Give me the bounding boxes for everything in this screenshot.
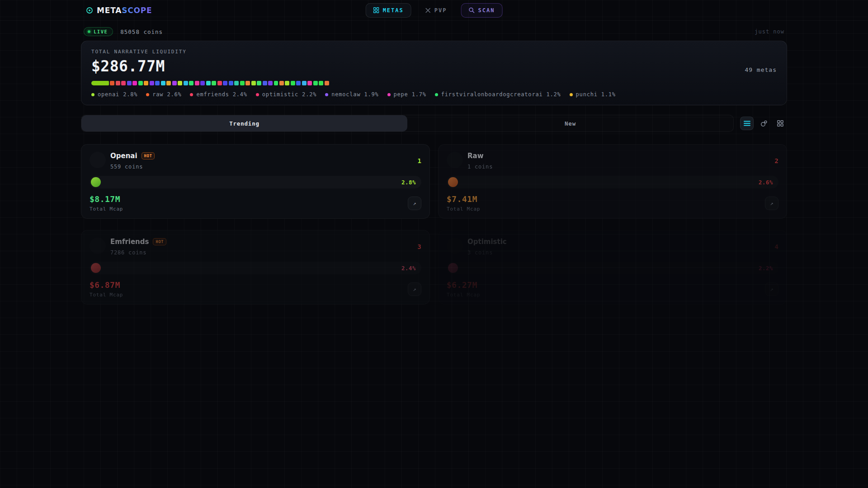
liquidity-segment xyxy=(291,81,295,85)
legend-item: nemoclaw 1.9% xyxy=(325,91,378,98)
meta-avatar xyxy=(90,152,106,168)
liquidity-segment xyxy=(150,81,154,85)
liquidity-segment xyxy=(302,81,307,85)
hot-badge: HOT xyxy=(142,152,155,160)
meta-coins-count: 7286 coins xyxy=(110,249,166,256)
liquidity-value: $286.77M xyxy=(91,57,165,75)
liquidity-segment xyxy=(127,81,132,85)
last-updated: just now xyxy=(755,28,784,35)
liquidity-segment xyxy=(189,81,193,85)
liquidity-title: TOTAL NARRATIVE LIQUIDITY xyxy=(91,49,777,55)
liquidity-bar-segments xyxy=(91,81,329,85)
tabs-row: Trending New xyxy=(81,115,787,132)
nav-pvp-label: PVP xyxy=(434,7,447,14)
legend-item: raw 2.6% xyxy=(146,91,181,98)
nav-metas-label: METAS xyxy=(383,7,404,14)
liquidity-segment xyxy=(116,81,120,85)
meta-thumb xyxy=(91,263,101,273)
liquidity-segment xyxy=(155,81,160,85)
card-top: Raw 1 coins 2 xyxy=(447,152,778,170)
legend-dot-icon xyxy=(435,93,438,96)
card-bottom: $6.27M Total Mcap ↗ xyxy=(447,280,778,298)
meta-card-emfriends[interactable]: Emfriends HOT 7286 coins 3 2.4% $6.87M T… xyxy=(81,230,430,305)
nav-scan-button[interactable]: SCAN xyxy=(461,3,502,18)
legend-item: openai 2.8% xyxy=(91,91,137,98)
x-icon xyxy=(425,8,431,13)
liquidity-segment xyxy=(206,81,211,85)
grid-view-button[interactable] xyxy=(774,117,787,130)
card-top: Openai HOT 559 coins 1 xyxy=(90,152,421,170)
total-coins-count: 85058 coins xyxy=(120,28,163,35)
liquidity-segment xyxy=(279,81,284,85)
card-head: Optimistic 3 coins xyxy=(467,238,507,256)
card-bottom: $6.87M Total Mcap ↗ xyxy=(90,280,421,298)
meta-coins-count: 3 coins xyxy=(467,249,507,256)
meta-thumb xyxy=(448,263,458,273)
liquidity-segment xyxy=(234,81,239,85)
grid-icon xyxy=(373,7,379,13)
legend-item: pepe 1.7% xyxy=(387,91,426,98)
nav-scan-label: SCAN xyxy=(478,7,495,14)
logo-text: METASCOPE xyxy=(97,6,152,15)
liquidity-segment xyxy=(319,81,323,85)
legend-dot-icon xyxy=(256,93,259,96)
nav-pvp-button[interactable]: PVP xyxy=(418,3,455,18)
liquidity-segment xyxy=(296,81,301,85)
card-head: Raw 1 coins xyxy=(467,152,493,170)
meta-card-openai[interactable]: Openai HOT 559 coins 1 2.8% $8.17M Total… xyxy=(81,144,430,219)
status-row: LIVE 85058 coins just now xyxy=(84,27,784,36)
legend-item: optimistic 2.2% xyxy=(256,91,316,98)
meta-name: Openai xyxy=(110,152,137,160)
meta-avatar xyxy=(447,238,463,254)
legend-dot-icon xyxy=(146,93,149,96)
liquidity-segment xyxy=(178,81,182,85)
nav-metas-button[interactable]: METAS xyxy=(366,3,411,18)
open-meta-button[interactable]: ↗ xyxy=(408,282,421,296)
meta-mcap-value: $8.17M xyxy=(90,194,123,204)
meta-coins-count: 559 coins xyxy=(110,164,155,170)
meta-card-raw[interactable]: Raw 1 coins 2 2.6% $7.41M Total Mcap ↗ xyxy=(438,144,787,219)
bubble-view-button[interactable] xyxy=(757,117,770,130)
liquidity-bar xyxy=(91,81,329,85)
meta-rank: 3 xyxy=(418,243,421,250)
liquidity-segment xyxy=(268,81,273,85)
logo-meta: META xyxy=(97,6,122,15)
liquidity-segment xyxy=(251,81,256,85)
live-badge: LIVE xyxy=(84,27,113,36)
liquidity-segment xyxy=(245,81,250,85)
open-meta-button[interactable]: ↗ xyxy=(765,282,778,296)
legend-dot-icon xyxy=(570,93,573,96)
liquidity-segment xyxy=(138,81,143,85)
meta-rank: 4 xyxy=(775,243,778,250)
liquidity-legend: openai 2.8%raw 2.6%emfriends 2.4%optimis… xyxy=(91,91,777,98)
list-icon xyxy=(744,121,750,126)
liquidity-segment xyxy=(263,81,267,85)
liquidity-segment xyxy=(121,81,126,85)
legend-dot-icon xyxy=(387,93,391,96)
meta-progress-bar: 2.8% xyxy=(90,176,421,188)
grid-icon xyxy=(777,120,783,127)
bubbles-icon xyxy=(760,120,767,127)
mcap-block: $8.17M Total Mcap xyxy=(90,194,123,212)
open-meta-button[interactable]: ↗ xyxy=(408,197,421,210)
meta-name: Raw xyxy=(467,152,484,160)
open-meta-button[interactable]: ↗ xyxy=(765,197,778,210)
meta-rank: 1 xyxy=(418,157,421,164)
meta-mcap-label: Total Mcap xyxy=(90,292,123,298)
meta-percent: 2.2% xyxy=(759,265,773,272)
legend-dot-icon xyxy=(190,93,193,96)
legend-item: punchi 1.1% xyxy=(570,91,616,98)
logo-target-icon xyxy=(86,7,93,14)
liquidity-segment xyxy=(172,81,177,85)
liquidity-segment xyxy=(91,81,109,85)
list-view-button[interactable] xyxy=(740,117,754,130)
tab-trending[interactable]: Trending xyxy=(81,115,407,131)
liquidity-segment xyxy=(144,81,148,85)
tab-new[interactable]: New xyxy=(407,115,733,131)
card-top: Emfriends HOT 7286 coins 3 xyxy=(90,238,421,256)
liquidity-segment xyxy=(166,81,171,85)
meta-percent: 2.6% xyxy=(759,179,773,186)
liquidity-segment xyxy=(110,81,114,85)
liquidity-segment xyxy=(274,81,278,85)
meta-card-optimistic[interactable]: Optimistic 3 coins 4 2.2% $6.27M Total M… xyxy=(438,230,787,305)
